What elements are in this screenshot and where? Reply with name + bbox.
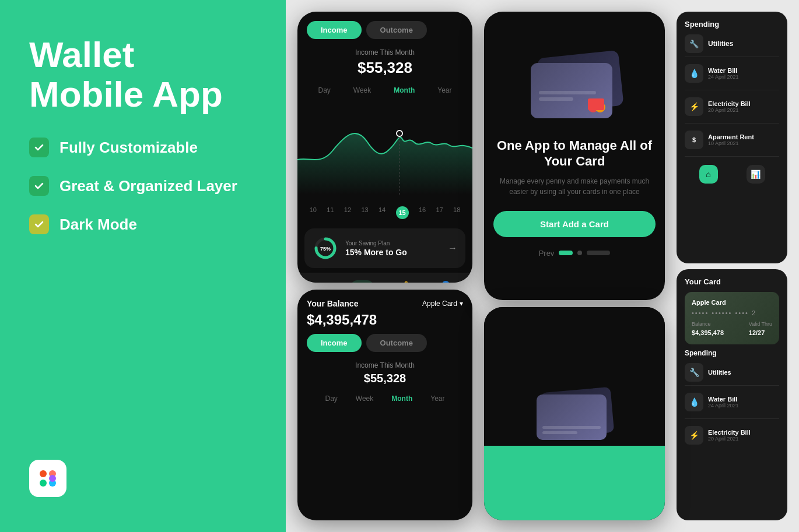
right-spending-title: Spending: [685, 349, 779, 357]
profile-nav-icon[interactable]: 👤: [439, 280, 452, 283]
income-chart-area: [297, 101, 472, 197]
prev-label: Prev: [539, 249, 555, 258]
bal-period-day[interactable]: Day: [320, 392, 342, 405]
chart-nav-icon[interactable]: 📊: [351, 280, 373, 283]
apartment-rent-name: Aparment Rent: [708, 133, 779, 140]
date-14: 14: [379, 206, 386, 219]
bal-period-week[interactable]: Week: [351, 392, 378, 405]
mastercard-logo: [588, 102, 605, 112]
electricity-bill-date: 20 April 2021: [708, 107, 779, 113]
balance-period-tabs: Day Week Month Year: [307, 392, 463, 405]
right-water-icon: 💧: [685, 393, 703, 411]
svg-text:75%: 75%: [320, 246, 331, 252]
date-12: 12: [344, 206, 351, 219]
utilities-label: Utilities: [708, 40, 733, 48]
feature-text-3: Dark Mode: [59, 216, 137, 234]
right-water-row: 💧 Water Bill 24 April 2021: [685, 389, 779, 415]
card-management-screen: One App to Manage All of Your Card Manag…: [484, 12, 665, 300]
small-card-lines: [542, 426, 601, 434]
balance-income-tab[interactable]: Income: [307, 334, 362, 352]
saving-info: Your Saving Plan 15% More to Go: [345, 240, 441, 257]
right-utilities-row: 🔧 Utilities: [685, 363, 779, 382]
feature-item-3: Dark Mode: [29, 214, 257, 234]
divider-3: [685, 123, 779, 124]
balance-tab-bar: Income Outcome: [307, 334, 463, 357]
water-bill-row: 💧 Water Bill 24 April 2021: [685, 61, 779, 86]
dot-bar: [587, 251, 610, 255]
feature-text-2: Great & Organized Layer: [59, 177, 237, 195]
home-nav-icon[interactable]: ⌂: [318, 280, 324, 283]
card-selector[interactable]: Apple Card ▾: [422, 300, 463, 308]
wrench-screwdriver-icon: 🔧: [689, 39, 699, 48]
bal-period-month[interactable]: Month: [387, 392, 417, 405]
card-line-1: [539, 91, 596, 94]
card-dark-section: [484, 307, 665, 446]
period-month[interactable]: Month: [389, 84, 419, 97]
chart-icon-btn[interactable]: 📊: [747, 165, 765, 184]
right-divider-2: [685, 418, 779, 419]
feature-item: Fully Customizable: [29, 138, 257, 157]
balance-income-amount: $55,328: [307, 372, 463, 385]
valid-value: 12/27: [749, 329, 765, 336]
right-utilities-label: Utilities: [708, 369, 731, 376]
balance-value: $4,395,478: [692, 329, 724, 336]
income-amount: $55,328: [297, 59, 472, 77]
electricity-bill-name: Electricity Bill: [708, 100, 779, 107]
right-bottom-nav: ⌂ 📊: [685, 160, 779, 186]
dot-2: [577, 251, 582, 255]
manage-title: One App to Manage All of Your Card: [493, 138, 656, 169]
phone-income-chart: Income Outcome Income This Month $55,328…: [297, 12, 472, 283]
spending-top-section: Spending 🔧 Utilities 💧 Water Bill 24 Apr…: [677, 12, 787, 263]
period-day[interactable]: Day: [313, 84, 335, 97]
divider-4: [685, 156, 779, 157]
balance-field: Balance $4,395,478: [692, 321, 724, 337]
water-icon: 💧: [685, 64, 703, 83]
date-11: 11: [327, 206, 334, 219]
column-3: Spending 🔧 Utilities 💧 Water Bill 24 Apr…: [671, 0, 799, 532]
utilities-icon: 🔧: [685, 34, 703, 53]
check-badge-2: [29, 176, 49, 196]
card-label: Apple Card: [422, 300, 457, 308]
right-water-name: Water Bill: [708, 396, 779, 403]
electricity-info: Electricity Bill 20 April 2021: [708, 100, 779, 113]
date-16: 16: [419, 206, 426, 219]
income-tab[interactable]: Income: [307, 21, 362, 39]
chevron-down-icon: ▾: [460, 300, 463, 308]
bal-period-year[interactable]: Year: [426, 392, 449, 405]
saving-plan-card: 75% Your Saving Plan 15% More to Go →: [304, 228, 465, 268]
home-icon-btn[interactable]: ⌂: [699, 165, 718, 184]
right-water-date: 24 April 2021: [708, 403, 779, 408]
svg-point-4: [49, 475, 56, 482]
bell-nav-icon[interactable]: 🔔: [400, 280, 412, 283]
check-icon-3: [34, 219, 44, 230]
water-bill-name: Water Bill: [708, 67, 779, 74]
feature-item-2: Great & Organized Layer: [29, 176, 257, 196]
period-tabs: Day Week Month Year: [297, 84, 472, 97]
period-year[interactable]: Year: [433, 84, 456, 97]
balance-outcome-tab[interactable]: Outcome: [366, 334, 427, 352]
date-10: 10: [310, 206, 317, 219]
period-week[interactable]: Week: [349, 84, 376, 97]
mini-card: Apple Card ••••• •••••• •••• 2 Balance $…: [685, 292, 779, 344]
outcome-tab[interactable]: Outcome: [366, 21, 427, 39]
mini-card-name: Apple Card: [692, 299, 772, 306]
title-line2: Mobile App: [29, 74, 223, 114]
figma-icon: [37, 468, 58, 489]
valid-field: Valid Thru 12/27: [749, 321, 772, 337]
saving-arrow[interactable]: →: [448, 243, 457, 253]
svg-text:🔧: 🔧: [689, 39, 699, 48]
figma-badge: [29, 460, 66, 497]
card-front: [531, 63, 612, 118]
features-list: Fully Customizable Great & Organized Lay…: [29, 138, 257, 234]
start-add-card-button[interactable]: Start Add a Card: [493, 211, 656, 237]
card-bottom-screen: [484, 307, 665, 520]
right-electricity-name: Electricity Bill: [708, 429, 779, 436]
left-panel: Wallet Mobile App Fully Customizable Gre…: [0, 0, 286, 532]
card-line-2: [539, 97, 573, 101]
column-2: One App to Manage All of Your Card Manag…: [478, 0, 671, 532]
small-card-line-2: [542, 431, 577, 434]
bottom-nav: ⌂ 📊 🔔 👤: [297, 273, 472, 283]
balance-amount: $4,395,478: [307, 312, 463, 328]
check-badge-1: [29, 138, 49, 157]
divider-2: [685, 90, 779, 90]
